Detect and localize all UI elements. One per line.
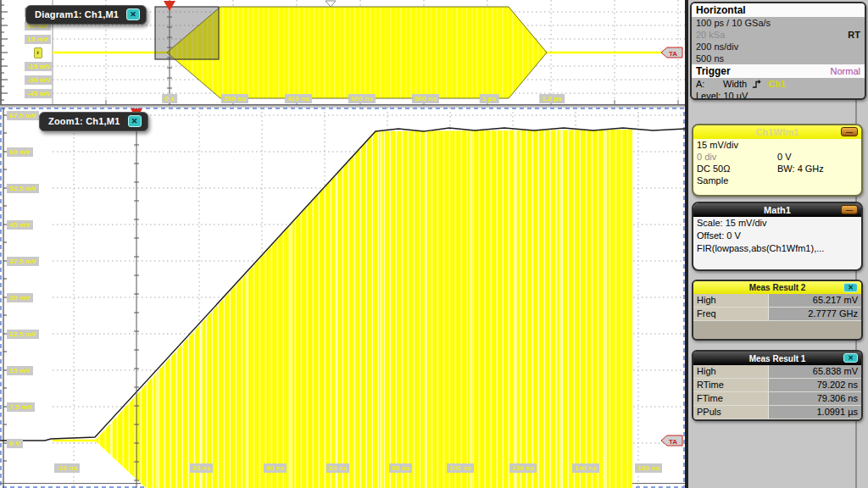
ch1wfm1-minimize-icon[interactable]: — — [841, 127, 858, 136]
horizontal-position: 500 ns — [696, 53, 724, 64]
math1-minimize-icon[interactable]: — — [841, 205, 858, 214]
d1-zoom-area-rect[interactable] — [155, 7, 219, 59]
meas-value: 1.0991 µs — [769, 406, 861, 419]
d1-trigger-level-tag[interactable]: TA — [661, 47, 682, 58]
meas-label: Freq — [693, 308, 769, 320]
table-row: High 65.217 mV — [693, 294, 861, 308]
horizontal-header[interactable]: Horizontal — [692, 3, 865, 17]
d1-y-label: -30 mV — [25, 75, 53, 85]
meas-label: RTime — [693, 379, 769, 391]
d1-x-ticks — [106, 100, 678, 104]
meas-result-2-close-icon[interactable]: ✕ — [843, 283, 858, 292]
meas-result-2-header[interactable]: Meas Result 2 ✕ — [693, 281, 861, 294]
trigger-width-icon — [752, 79, 763, 89]
d2-x-label: 100 ns — [447, 463, 474, 473]
meas-result-2-panel[interactable]: Meas Result 2 ✕ High 65.217 mV Freq 2.77… — [692, 280, 863, 341]
d1-y-ticks — [1, 5, 8, 100]
zoom1-tab-label: Zoom1: Ch1,M1 — [48, 116, 120, 126]
table-row: FTime 79.306 ns — [693, 392, 861, 406]
diagram1: TA Diagram1: Ch1,M1 ✕ 45 mV 30 mV 15 mV … — [0, 0, 685, 106]
meas-label: FTime — [693, 392, 769, 405]
horizontal-title: Horizontal — [696, 4, 746, 16]
meas-value: 2.7777 GHz — [769, 308, 861, 320]
d2-y-label: 52.5 mV — [7, 184, 39, 193]
diagram1-tab[interactable]: Diagram1: Ch1,M1 ✕ — [25, 5, 147, 25]
meas-result-1-table: High 65.838 mV RTime 79.202 ns FTime 79.… — [693, 365, 861, 419]
ch1wfm1-panel[interactable]: Ch1Wfm1 — 15 mV/div 0 div 0 V DC 50Ω BW:… — [692, 124, 863, 197]
meas-result-1-title: Meas Result 1 — [749, 354, 806, 363]
table-row: RTime 79.202 ns — [693, 379, 861, 392]
d1-y-label: 15 mV — [25, 35, 51, 44]
meas-value: 79.202 ns — [769, 379, 861, 391]
d1-x-label: 400 ns — [285, 94, 312, 103]
math1-header[interactable]: Math1 — — [693, 203, 861, 217]
ch1wfm1-title: Ch1Wfm1 — [756, 127, 799, 137]
ch1-scale: 15 mV/div — [697, 140, 738, 150]
horizontal-scale: 200 ns/div — [696, 41, 738, 53]
meas-result-1-panel[interactable]: Meas Result 1 ✕ High 65.838 mV RTime 79.… — [692, 350, 863, 421]
math1-scale: Scale: 15 mV/div — [697, 218, 767, 228]
diagram1-tab-label: Diagram1: Ch1,M1 — [35, 9, 119, 19]
horizontal-record-length: 20 kSa — [696, 29, 725, 41]
math1-panel[interactable]: Math1 — Scale: 15 mV/div Offset: 0 V FIR… — [692, 202, 863, 271]
d1-y-label: -15 mV — [25, 62, 53, 71]
trigger-title: Trigger — [696, 65, 731, 77]
ch1wfm1-header[interactable]: Ch1Wfm1 — — [693, 125, 861, 139]
svg-text:TA: TA — [669, 438, 677, 446]
d2-x-label: 120 ns — [509, 463, 537, 473]
zoom1-plot: TA — [0, 108, 685, 488]
d1-x-label: 200 ns — [221, 94, 248, 103]
trigger-mode: Normal — [831, 66, 860, 76]
d2-y-label: 37.5 mV — [7, 257, 39, 266]
diagram1-close-icon[interactable]: ✕ — [126, 8, 140, 20]
rt-badge: RT — [848, 29, 860, 41]
d2-x-label: 140 ns — [572, 463, 599, 473]
d2-y-label: 22.5 mV — [7, 330, 39, 339]
d1-reference-point-icon[interactable] — [326, 1, 336, 7]
table-row: Freq 2.7777 GHz — [693, 308, 861, 321]
sidebar: Horizontal 100 ps / 10 GSa/s 20 kSa RT 2… — [688, 0, 868, 488]
d2-x-label: 40 ns — [264, 463, 287, 473]
ch1-position: 0 div — [697, 151, 777, 163]
meas-result-2-table: High 65.217 mV Freq 2.7777 GHz — [693, 294, 861, 321]
math1-expression: FIR(lowpass,abs(Ch1Wfm1),... — [697, 243, 824, 253]
zoom1-diagram: TA Zoom1: Ch1,M1 ✕ 67.5 mV 60 mV 52.5 mV… — [0, 108, 685, 488]
d2-x-label: 20 ns — [190, 463, 213, 473]
meas-value: 65.217 mV — [769, 294, 861, 307]
zoom1-tab[interactable]: Zoom1: Ch1,M1 ✕ — [39, 112, 148, 131]
math1-title: Math1 — [764, 205, 791, 215]
svg-text:TA: TA — [669, 50, 677, 58]
d2-x-label: 60 ns — [326, 463, 349, 473]
d2-y-label: 60 mV — [7, 147, 33, 157]
zoom1-close-icon[interactable]: ✕ — [128, 115, 142, 127]
meas-result-1-close-icon[interactable]: ✕ — [843, 353, 858, 363]
trigger-source: Ch1 — [768, 78, 786, 90]
horizontal-trigger-panel[interactable]: Horizontal 100 ps / 10 GSa/s 20 kSa RT 2… — [690, 2, 866, 100]
d2-x-label: 160 ns — [635, 463, 662, 473]
ch1-coupling: DC 50Ω — [697, 163, 777, 175]
d1-burst-waveform — [167, 7, 547, 98]
trigger-level: Level: 10 µV — [696, 90, 748, 100]
trigger-header[interactable]: Trigger Normal — [692, 64, 865, 78]
meas-result-1-header[interactable]: Meas Result 1 ✕ — [693, 352, 861, 365]
d1-ground-marker-icon[interactable]: › — [34, 47, 42, 58]
d1-x-label: 600 ns — [348, 94, 376, 103]
d1-x-label: 0 s — [162, 94, 177, 103]
d1-x-label: 1.2 µs — [539, 94, 565, 103]
trigger-type: Width — [723, 78, 747, 90]
oscilloscope-screen: TA Diagram1: Ch1,M1 ✕ 45 mV 30 mV 15 mV … — [0, 0, 868, 488]
ch1-decimation: Sample — [697, 175, 728, 186]
trigger-a-label: A: — [696, 78, 718, 90]
d2-y-label: 0 V — [7, 439, 23, 448]
d2-y-label: 30 mV — [7, 293, 33, 302]
d2-x-label: 80 ns — [389, 463, 412, 473]
d2-burst-texture — [95, 130, 632, 488]
math1-offset: Offset: 0 V — [697, 230, 741, 241]
d1-x-label: 1 µs — [480, 94, 499, 103]
d2-trigger-level-tag[interactable]: TA — [661, 435, 682, 446]
d2-y-label: 7.5 mV — [7, 402, 35, 412]
horizontal-resolution: 100 ps / 10 GSa/s — [696, 17, 771, 29]
d2-y-label: 67.5 mV — [7, 111, 39, 120]
d2-y-label: 45 mV — [7, 220, 33, 230]
ch1-bandwidth: BW: 4 GHz — [777, 163, 858, 175]
